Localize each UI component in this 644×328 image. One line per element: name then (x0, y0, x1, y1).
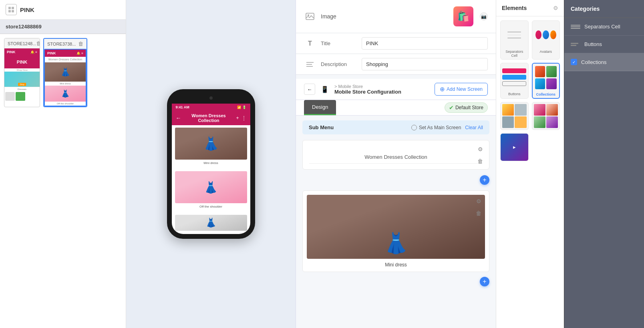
sub-menu-bar: Sub Menu Set As Main Screen Clear All (302, 120, 489, 134)
phone-nav-right-icons: + ⋮ (236, 115, 246, 121)
element-buttons[interactable]: Buttons (500, 63, 529, 99)
phone-frame: 9:41 AM 📶 🔋 ← Women Dresses Collection +… (167, 89, 255, 239)
elements-panel: Elements ⚙ Separators Cell Avatars (496, 0, 564, 328)
store1-inner-header: PINK 🔔 ≡ (4, 48, 40, 56)
element-collections-label: Collections (533, 92, 559, 98)
store2-inner-header: PINK 🔔 ≡ (45, 50, 86, 57)
nav-breadcrumb-area: > Mobile Store Mobile Store Configuratio… (334, 84, 401, 95)
collections-checkbox[interactable]: ✓ (571, 59, 577, 65)
config-nav-bar: ← 📱 > Mobile Store Mobile Store Configur… (296, 79, 496, 100)
collection-settings-button[interactable]: ⚙ (475, 144, 485, 154)
app-title: PINK (20, 6, 34, 13)
image-card-img: 👗 (307, 195, 485, 259)
category-collections[interactable]: ✓ Collections (564, 53, 644, 71)
phone-menu-icon[interactable]: ⋮ (242, 115, 246, 121)
svg-line-5 (74, 38, 87, 40)
element-collections[interactable]: Collections (532, 63, 560, 99)
check-icon: ✔ (449, 104, 454, 111)
store1-icons: 🔔 ≡ (30, 50, 37, 54)
element-cosmetics[interactable] (500, 102, 529, 130)
config-image-row: Image 🛍️ 📷 (296, 0, 496, 33)
svg-rect-6 (306, 13, 314, 20)
config-upload-icon[interactable]: 📷 (480, 12, 488, 20)
add-screen-label: Add New Screen (447, 86, 483, 92)
config-image-preview: 🛍️ (453, 6, 473, 26)
image-card: 👗 Mini dress ⚙ 🗑 (302, 190, 489, 272)
add-collection-button[interactable]: + (480, 175, 489, 185)
phone-item-3: 👗 (172, 212, 250, 234)
store2-inner: PINK 🔔 ≡ Women Dresses Collection 👗 Mini… (44, 49, 87, 106)
image-card-label: Mini dress (307, 259, 485, 268)
svg-rect-2 (8, 10, 11, 12)
image-card-actions: ⚙ 🗑 (474, 196, 483, 218)
store-id-bar: store12488869 (0, 20, 126, 34)
nav-screen-title: Mobile Store Configuration (334, 89, 401, 95)
svg-rect-1 (12, 7, 14, 9)
phone-add-icon[interactable]: + (236, 115, 239, 121)
config-desc-icon (304, 58, 316, 70)
store-card-1-delete[interactable]: 🗑 (36, 40, 40, 46)
config-title-icon: T (304, 38, 316, 50)
sub-menu-label: Sub Menu (309, 124, 407, 130)
category-collections-label: Collections (581, 59, 607, 65)
phone-nav: ← Women Dresses Collection + ⋮ (172, 111, 250, 125)
element-separators-label: Separators Cell (501, 49, 528, 59)
coll-img-3 (535, 78, 545, 90)
store1-preview: PINK Shop Now Shop Dresses (4, 56, 40, 102)
phone-notch (195, 94, 227, 102)
category-separators-cell-label: Separators Cell (584, 24, 620, 30)
elements-settings-icon[interactable]: ⚙ (553, 5, 558, 11)
element-separators[interactable]: Separators Cell (500, 20, 529, 60)
image-settings-button[interactable]: ⚙ (474, 196, 483, 206)
avatar-3 (550, 30, 557, 39)
add-image-button[interactable]: + (480, 277, 489, 286)
phone-back-icon[interactable]: ← (176, 115, 181, 121)
collection-delete-button[interactable]: 🗑 (475, 156, 485, 166)
avatar-1 (535, 30, 542, 39)
app-header: PINK (0, 0, 126, 20)
phone-img-dress3: 👗 (175, 215, 247, 231)
set-as-main-label: Set As Main Screen (419, 125, 461, 130)
phone-item-1-label: Mini dress (175, 160, 247, 166)
config-desc-input[interactable] (362, 58, 488, 70)
phone-item-2: 👗 Off the shoulder (172, 169, 250, 212)
middle-area: 9:41 AM 📶 🔋 ← Women Dresses Collection +… (126, 0, 296, 328)
category-buttons-label: Buttons (584, 41, 602, 47)
store-card-1[interactable]: STORE1248... 🗑 PINK 🔔 ≡ PINK Shop Now Sh… (4, 38, 40, 107)
element-beauty[interactable] (532, 102, 560, 130)
add-new-screen-button[interactable]: ⊕ Add New Screen (435, 83, 488, 96)
collection-card-actions: ⚙ 🗑 (475, 144, 485, 166)
image-delete-button[interactable]: 🗑 (474, 208, 483, 218)
set-as-main-radio[interactable]: Set As Main Screen (411, 125, 461, 130)
category-buttons[interactable]: Buttons (564, 36, 644, 53)
design-tabs: Design ✔ Default Store (296, 100, 496, 116)
category-separators-cell[interactable]: Separators Cell (564, 18, 644, 36)
add-screen-plus-icon: ⊕ (440, 86, 445, 93)
store-card-2[interactable]: STORE3738... 🗑 PINK 🔔 ≡ Women Dresses Co… (43, 38, 87, 107)
coll-img-4 (546, 78, 557, 90)
config-description-row: Description (296, 54, 496, 75)
elements-header: Elements ⚙ (496, 0, 564, 16)
clear-all-button[interactable]: Clear All (465, 125, 483, 130)
config-title-input[interactable] (362, 37, 488, 50)
collection-card: Women Dresses Collection ⚙ 🗑 (302, 140, 489, 170)
phone-img-dress2: 👗 (175, 171, 247, 203)
element-tech[interactable]: ▶ (500, 133, 529, 161)
app-header-icon (6, 4, 17, 15)
store-card-1-header: STORE1248... 🗑 (4, 38, 40, 48)
config-title-label: Title (321, 40, 357, 46)
stores-list: STORE1248... 🗑 PINK 🔔 ≡ PINK Shop Now Sh… (0, 34, 126, 111)
store2-inner-name: PINK (47, 51, 56, 55)
phone-camera (209, 96, 213, 100)
phone-status-bar: 9:41 AM 📶 🔋 (172, 104, 250, 111)
nav-back-button[interactable]: ← (304, 84, 315, 95)
design-tab[interactable]: Design (304, 100, 336, 115)
phone-content: 👗 Mini dress 👗 Off the shoulder 👗 (172, 125, 250, 234)
config-title-row: T Title (296, 33, 496, 54)
config-image-label: Image (321, 13, 449, 20)
categories-title: Categories (571, 6, 600, 12)
default-store-label: Default Store (455, 105, 483, 110)
phone-item-2-label: Off the shoulder (175, 204, 247, 210)
phone-status-icons: 📶 🔋 (237, 106, 246, 109)
element-avatars[interactable]: Avatars (532, 20, 560, 60)
